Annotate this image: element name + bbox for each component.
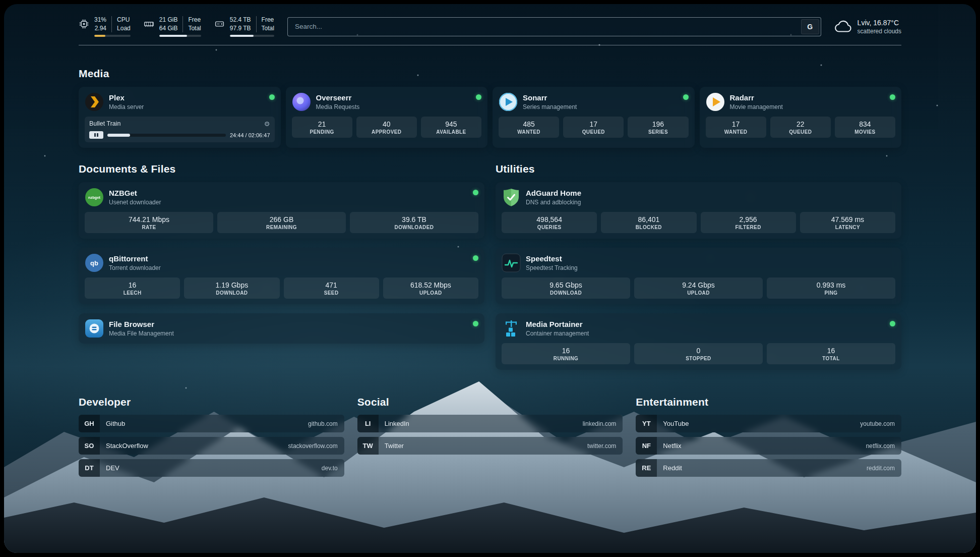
cpu-widget: 31% 2.94 CPU Load [79, 16, 131, 37]
stat-value: 2,956 [703, 215, 794, 224]
section-title-social: Social [357, 396, 623, 408]
bookmark-reddit[interactable]: RE Reddit reddit.com [636, 459, 901, 477]
stat-box: 16 LEECH [85, 277, 180, 299]
service-name: Overseerr [316, 93, 360, 102]
status-dot [473, 321, 478, 326]
bookmark-abbr: YT [636, 415, 657, 432]
stat-value: 0 [636, 347, 761, 355]
service-card-nzbget[interactable]: nzbget NZBGet Usenet downloader 74 [79, 182, 484, 239]
bookmark-netflix[interactable]: NF Netflix netflix.com [636, 437, 901, 455]
status-dot [890, 321, 895, 326]
disk-free-label: Free [262, 16, 274, 24]
bookmark-github[interactable]: GH Github github.com [79, 415, 344, 432]
service-card-adguard[interactable]: AdGuard Home DNS and adblocking 498,564 … [496, 182, 901, 239]
stat-box: 1.19 Gbps DOWNLOAD [184, 277, 279, 299]
radarr-icon [706, 92, 725, 112]
service-name: File Browser [109, 320, 174, 329]
bookmark-domain: stackoverflow.com [288, 442, 338, 450]
stat-box: 485 WANTED [499, 117, 559, 138]
service-card-overseerr[interactable]: Overseerr Media Requests 21 PENDING 40 A… [286, 87, 488, 148]
qbittorrent-icon: qb [85, 253, 104, 272]
search-input[interactable] [287, 17, 821, 36]
search-provider-button[interactable]: G [801, 19, 819, 34]
bookmark-name: YouTube [663, 420, 689, 427]
bookmark-youtube[interactable]: YT YouTube youtube.com [636, 415, 901, 432]
status-dot [476, 94, 481, 100]
service-subtitle: Speedtest Tracking [526, 264, 578, 271]
stat-value: 498,564 [504, 215, 595, 224]
service-subtitle: DNS and adblocking [526, 199, 581, 206]
bookmark-dev[interactable]: DT DEV dev.to [79, 459, 344, 477]
now-playing-widget: Bullet Train ⚙ 24:44 / 02:06:47 [85, 117, 275, 142]
cpu-load-value: 2.94 [95, 25, 106, 33]
service-subtitle: Usenet downloader [109, 199, 161, 206]
service-card-qbittorrent[interactable]: qb qBittorrent Torrent downloader [79, 248, 484, 304]
stat-value: 22 [772, 120, 829, 128]
service-subtitle: Media File Management [109, 330, 174, 337]
service-card-speedtest[interactable]: Speedtest Speedtest Tracking 9.65 Gbps D… [496, 248, 901, 304]
stat-label: QUERIES [504, 225, 595, 230]
service-card-portainer[interactable]: Media Portainer Container management 16 … [496, 313, 901, 370]
bookmark-abbr: GH [79, 415, 100, 432]
memory-icon [144, 19, 154, 29]
gear-icon[interactable]: ⚙ [264, 121, 270, 127]
speedtest-icon [502, 253, 521, 272]
cpu-label: CPU [117, 16, 131, 24]
stat-value: 834 [837, 120, 893, 128]
stat-label: UPLOAD [385, 290, 476, 296]
section-title-entertainment: Entertainment [636, 396, 901, 408]
playback-time: 24:44 / 02:06:47 [230, 132, 270, 138]
service-subtitle: Container management [526, 330, 589, 337]
stat-box: 22 QUEUED [770, 117, 831, 138]
bookmark-twitter[interactable]: TW Twitter twitter.com [357, 437, 623, 455]
stat-value: 17 [708, 120, 764, 128]
stat-label: DOWNLOAD [186, 290, 277, 296]
service-card-radarr[interactable]: Radarr Movie management 17 WANTED 22 QUE… [700, 87, 902, 148]
stat-label: MOVIES [837, 129, 893, 135]
stat-box: 0 STOPPED [634, 343, 763, 364]
status-dot [890, 94, 895, 100]
search-bar: G [287, 17, 821, 36]
stat-label: BLOCKED [603, 225, 694, 230]
service-subtitle: Movie management [730, 103, 783, 110]
status-dot [473, 255, 478, 261]
cloud-icon [834, 20, 852, 33]
starfield-background [4, 4, 5, 5]
stat-value: 16 [87, 281, 178, 289]
section-title-documents: Documents & Files [79, 163, 484, 175]
stat-box: 9.24 Gbps UPLOAD [634, 277, 763, 299]
stat-value: 196 [630, 120, 686, 128]
stat-box: 744.21 Mbps RATE [85, 212, 213, 233]
stat-box: 618.52 Mbps UPLOAD [383, 277, 478, 299]
stat-label: APPROVED [358, 129, 415, 135]
memory-total-label: Total [188, 25, 201, 33]
stat-value: 744.21 Mbps [87, 215, 211, 224]
pause-button[interactable] [89, 131, 103, 139]
bookmark-name: DEV [106, 464, 119, 472]
service-card-plex[interactable]: Plex Media server Bullet Train ⚙ 24:44 /… [79, 87, 281, 148]
bookmark-abbr: NF [636, 437, 657, 455]
now-playing-title: Bullet Train [89, 120, 121, 127]
playback-progress-bar[interactable] [107, 134, 226, 137]
bookmark-domain: youtube.com [860, 420, 895, 427]
stat-label: WANTED [708, 129, 764, 135]
bookmark-linkedin[interactable]: LI LinkedIn linkedin.com [357, 415, 623, 432]
stat-label: RATE [87, 225, 211, 230]
bookmark-domain: github.com [308, 420, 338, 427]
cpu-icon [79, 19, 89, 29]
bookmark-domain: twitter.com [587, 442, 616, 450]
disk-free-value: 52.4 TB [230, 16, 251, 24]
bookmark-name: LinkedIn [385, 420, 409, 427]
stat-box: 834 MOVIES [835, 117, 895, 138]
stat-label: LEECH [87, 290, 178, 296]
bookmark-stackoverflow[interactable]: SO StackOverflow stackoverflow.com [79, 437, 344, 455]
stat-label: PENDING [294, 129, 350, 135]
service-card-filebrowser[interactable]: File Browser Media File Management [79, 313, 484, 344]
overseerr-icon [292, 92, 311, 112]
stat-value: 9.65 Gbps [504, 281, 628, 289]
stat-value: 16 [504, 347, 628, 355]
stat-box: 39.6 TB DOWNLOADED [350, 212, 478, 233]
stat-value: 945 [423, 120, 479, 128]
service-card-sonarr[interactable]: Sonarr Series management 485 WANTED 17 Q… [493, 87, 695, 148]
service-name: Plex [109, 93, 144, 102]
